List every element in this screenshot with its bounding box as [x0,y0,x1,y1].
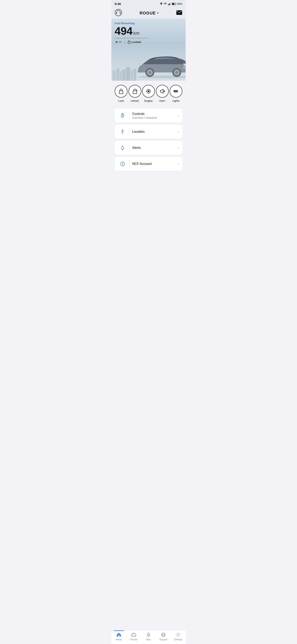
svg-rect-25 [112,70,116,81]
nav-settings-label: Settings [174,638,182,641]
location-chevron-icon: › [178,130,179,134]
svg-rect-3 [170,3,171,5]
fuel-amount: 494km [115,26,182,36]
svg-rect-2 [169,3,170,5]
unlock-label: Unlock [131,99,139,102]
lights-button[interactable]: Lights [170,85,182,102]
lock-status: Locked [132,40,141,44]
menu-divider [129,128,129,136]
weather-icon [115,40,118,43]
svg-point-46 [132,636,133,637]
location-icon [160,2,163,5]
menu-divider [129,160,129,168]
ncf-account-title: NCF Account [132,162,178,166]
status-time: 9:48 [115,2,121,6]
alerts-title: Alerts [132,146,178,150]
engine-label: Engine [144,99,153,102]
chevron-down-icon: ▾ [157,11,159,15]
ncf-account-content: NCF Account [132,162,178,166]
alerts-menu-item[interactable]: Alerts › [115,141,182,155]
battery-icon [172,3,176,5]
alerts-content: Alerts [132,146,178,150]
control-buttons-row: Lock Unlock Engine [115,85,182,102]
location-title: Location [132,130,178,134]
svg-text:$: $ [122,164,123,166]
svg-rect-9 [120,13,121,14]
controls-section: Lock Unlock Engine [111,81,186,108]
vehicle-icon [131,632,136,638]
menu-divider [129,144,129,152]
svg-point-41 [122,116,123,116]
controls-icon [118,113,127,118]
svg-rect-30 [131,70,133,81]
alerts-icon [118,145,127,151]
svg-point-48 [148,634,149,636]
nav-map[interactable]: Map [142,632,155,641]
svg-rect-6 [172,3,174,4]
lock-button[interactable]: Lock [115,85,127,102]
nav-map-label: Map [146,638,151,641]
temperature: 5° [119,40,122,44]
controls-chevron-icon: › [178,114,179,118]
svg-line-38 [176,92,178,92]
ncf-account-menu-item[interactable]: $ NCF Account › [115,157,182,171]
nav-support[interactable]: Support [157,632,170,641]
svg-rect-0 [168,4,169,5]
bottom-navigation: Home Vehicle Map Support Setting [111,630,186,644]
settings-icon [176,632,181,638]
status-icons: 66% [160,2,182,5]
nav-vehicle[interactable]: Vehicle [127,632,140,641]
svg-line-11 [116,43,116,43]
svg-point-50 [178,634,179,636]
svg-line-36 [176,90,178,91]
svg-rect-8 [116,13,117,14]
nav-home[interactable]: Home [113,632,125,641]
vehicle-selector[interactable]: ROGUE ▾ [140,11,159,16]
battery-percent: 66% [177,2,182,5]
lock-status-icon [127,40,131,44]
mail-button[interactable] [176,10,182,16]
svg-rect-32 [119,91,123,94]
svg-rect-28 [122,69,126,81]
location-menu-icon [118,129,127,134]
svg-point-47 [134,636,135,637]
controls-menu-item[interactable]: Controls Just Now • Unlocked › [115,108,182,122]
weather-lock-info: 5° | Locked [115,40,182,44]
nav-support-label: Support [159,638,167,641]
horn-button[interactable]: Horn [156,85,169,102]
support-icon-header[interactable] [115,9,122,17]
unlock-circle [128,85,141,98]
fuel-label: Fuel Remaining [115,22,182,25]
hero-section: Fuel Remaining 494km 5° | Locked [111,19,186,81]
svg-rect-10 [176,10,182,15]
location-content: Location [132,130,178,134]
engine-circle [142,85,155,98]
unlock-button[interactable]: Unlock [128,85,141,102]
home-icon [116,632,121,638]
nav-vehicle-label: Vehicle [130,638,137,641]
horn-label: Horn [159,99,165,102]
svg-point-35 [148,90,149,92]
signal-icon [168,3,171,5]
lights-label: Lights [172,99,180,102]
location-menu-item[interactable]: Location › [115,125,182,139]
weather-info: 5° [115,40,122,44]
svg-point-39 [175,90,176,92]
nav-settings[interactable]: Settings [172,632,184,641]
alerts-chevron-icon: › [178,146,179,150]
svg-rect-29 [126,67,130,81]
engine-button[interactable]: Engine [142,85,155,102]
lock-circle [115,85,127,98]
fuel-divider [115,38,148,38]
vehicle-name: ROGUE [140,11,156,16]
status-bar: 9:48 66% [111,0,186,7]
svg-rect-27 [120,72,122,81]
header: ROGUE ▾ [111,7,186,19]
svg-rect-31 [133,69,136,81]
map-icon [146,632,151,638]
support-icon [161,632,166,638]
controls-title: Controls [132,112,178,116]
menu-list: Controls Just Now • Unlocked › Location … [111,108,186,188]
svg-rect-1 [169,4,169,5]
controls-subtitle: Just Now • Unlocked [132,116,178,119]
